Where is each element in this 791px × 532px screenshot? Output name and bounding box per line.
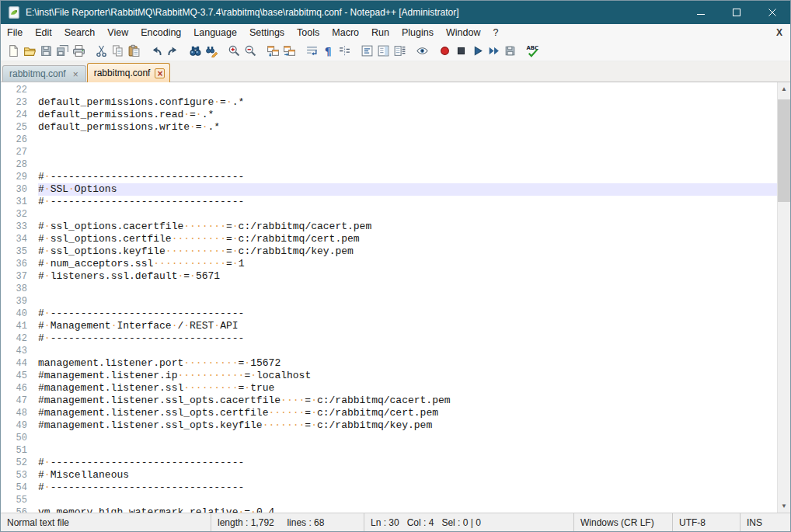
line-text[interactable] xyxy=(38,208,777,221)
line-text[interactable] xyxy=(38,134,777,146)
editor-line-48: 48#management.listener.ssl_opts.certfile… xyxy=(1,407,777,419)
menu-tools[interactable]: Tools xyxy=(291,24,326,41)
redo-icon[interactable] xyxy=(165,43,181,59)
line-text[interactable]: #management.listener.ssl_opts.certfile··… xyxy=(38,407,777,419)
toolbar-group xyxy=(414,43,430,59)
line-text[interactable]: #·listeners.ssl.default·=·5671 xyxy=(38,270,777,283)
document-list-icon[interactable] xyxy=(392,43,408,59)
line-text[interactable]: #management.listener.ip···········=·loca… xyxy=(38,370,777,382)
editor-line-43: 43 xyxy=(1,345,777,357)
menu-view[interactable]: View xyxy=(101,24,134,41)
close-button[interactable] xyxy=(754,1,790,24)
vertical-scrollbar[interactable]: ▲ ▼ xyxy=(777,82,790,513)
sync-horizontal-scroll-icon[interactable] xyxy=(281,43,298,59)
line-text[interactable]: #·-------------------------------- xyxy=(38,457,777,469)
menu-macro[interactable]: Macro xyxy=(326,24,365,41)
replace-icon[interactable] xyxy=(204,43,220,59)
menu-settings[interactable]: Settings xyxy=(243,24,291,41)
menu-window[interactable]: Window xyxy=(440,24,486,41)
line-text[interactable]: #·Management·Interface·/·REST·API xyxy=(38,320,777,332)
tab-2-rabbitmq-conf[interactable]: rabbitmq.conf× xyxy=(87,63,171,82)
menu-plugins[interactable]: Plugins xyxy=(396,24,440,41)
menu-help[interactable]: ? xyxy=(486,24,504,41)
menu-search[interactable]: Search xyxy=(58,24,102,41)
menu-file[interactable]: File xyxy=(1,24,29,41)
text-editor-area[interactable]: 2223default_permissions.configure·=·.*24… xyxy=(1,82,777,513)
notepadpp-app-icon xyxy=(7,5,21,19)
line-text[interactable] xyxy=(38,494,777,506)
zoom-in-icon[interactable] xyxy=(226,43,242,59)
line-text[interactable] xyxy=(38,444,777,457)
function-list-icon[interactable] xyxy=(359,43,375,59)
line-text[interactable]: #·-------------------------------- xyxy=(38,171,777,183)
line-text[interactable] xyxy=(38,146,777,158)
line-text[interactable]: #·-------------------------------- xyxy=(38,482,777,494)
macro-play-icon[interactable] xyxy=(469,43,486,59)
show-indent-guide-icon[interactable] xyxy=(336,43,353,59)
line-text[interactable]: default_permissions.configure·=·.* xyxy=(38,96,777,109)
monitoring-eye-icon[interactable] xyxy=(414,43,430,59)
line-text[interactable]: default_permissions.read·=·.* xyxy=(38,109,777,121)
document-map-icon[interactable] xyxy=(375,43,392,59)
line-text[interactable] xyxy=(38,283,777,295)
menu-run[interactable]: Run xyxy=(365,24,396,41)
line-text[interactable]: vm_memory_high_watermark.relative·=·0.4 xyxy=(38,506,777,513)
show-all-characters-icon[interactable]: ¶ xyxy=(320,43,336,59)
line-text[interactable]: #·ssl_options.keyfile··········=·c:/rabb… xyxy=(38,245,777,258)
line-text[interactable]: #·SSL·Options xyxy=(38,183,777,196)
macro-save-icon[interactable] xyxy=(502,43,518,59)
line-text[interactable]: #management.listener.ssl_opts.keyfile···… xyxy=(38,419,777,432)
line-number: 41 xyxy=(1,320,32,332)
macro-record-icon[interactable] xyxy=(437,43,453,59)
line-text[interactable]: #·-------------------------------- xyxy=(38,332,777,345)
scrollbar-thumb[interactable] xyxy=(778,99,791,202)
new-file-icon[interactable] xyxy=(5,43,22,59)
maximize-button[interactable] xyxy=(719,1,754,24)
save-all-icon[interactable] xyxy=(54,43,71,59)
toolbar-group xyxy=(226,43,259,59)
line-text[interactable] xyxy=(38,345,777,357)
macro-run-multiple-icon[interactable] xyxy=(486,43,502,59)
scroll-up-arrow[interactable]: ▲ xyxy=(778,82,790,96)
line-text[interactable]: #·Miscellaneous xyxy=(38,469,777,482)
scrollbar-track[interactable] xyxy=(778,96,790,499)
line-text[interactable] xyxy=(38,158,777,171)
tab-1-rabbitmq-conf[interactable]: rabbitmq.conf× xyxy=(2,65,86,82)
line-text[interactable]: #·ssl_options.certfile·········=·c:/rabb… xyxy=(38,233,777,245)
line-text[interactable] xyxy=(38,295,777,308)
line-text[interactable]: #·-------------------------------- xyxy=(38,308,777,320)
save-icon[interactable] xyxy=(38,43,54,59)
line-text[interactable] xyxy=(38,84,777,96)
line-text[interactable]: #·ssl_options.cacertfile·······=·c:/rabb… xyxy=(38,221,777,233)
find-icon[interactable] xyxy=(187,43,204,59)
minimize-button[interactable] xyxy=(683,1,719,24)
line-text[interactable]: management.listener.port·········=·15672 xyxy=(38,357,777,370)
sync-vertical-scroll-icon[interactable] xyxy=(265,43,281,59)
cut-icon[interactable] xyxy=(93,43,110,59)
editor-line-24: 24default_permissions.read·=·.* xyxy=(1,109,777,121)
line-text[interactable]: #·-------------------------------- xyxy=(38,196,777,208)
menu-language[interactable]: Language xyxy=(187,24,243,41)
document-close-x-button[interactable]: X xyxy=(768,24,790,41)
line-text[interactable]: #management.listener.ssl_opts.cacertfile… xyxy=(38,395,777,407)
editor-line-51: 51 xyxy=(1,444,777,457)
line-text[interactable]: default_permissions.write·=·.* xyxy=(38,121,777,134)
spell-check-icon[interactable]: ABC xyxy=(524,43,541,59)
menu-encoding[interactable]: Encoding xyxy=(134,24,187,41)
editor-line-44: 44management.listener.port·········=·156… xyxy=(1,357,777,370)
menu-edit[interactable]: Edit xyxy=(29,24,58,41)
tab-close-icon[interactable]: × xyxy=(71,69,81,79)
macro-stop-icon[interactable] xyxy=(453,43,469,59)
scroll-down-arrow[interactable]: ▼ xyxy=(778,499,790,513)
word-wrap-icon[interactable] xyxy=(304,43,320,59)
zoom-out-icon[interactable] xyxy=(242,43,259,59)
line-text[interactable]: #·num_acceptors.ssl············=·1 xyxy=(38,258,777,270)
line-text[interactable]: #management.listener.ssl·········=·true xyxy=(38,382,777,395)
print-icon[interactable] xyxy=(71,43,87,59)
undo-icon[interactable] xyxy=(148,43,165,59)
copy-icon[interactable] xyxy=(110,43,126,59)
paste-icon[interactable] xyxy=(126,43,142,59)
line-text[interactable] xyxy=(38,432,777,444)
tab-close-icon[interactable]: × xyxy=(155,68,165,78)
open-file-icon[interactable] xyxy=(22,43,38,59)
